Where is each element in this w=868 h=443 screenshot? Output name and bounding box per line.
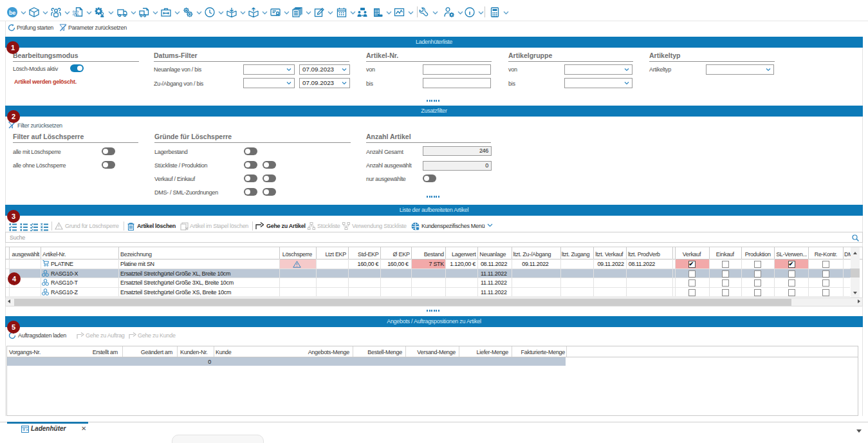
svg-text:be: be bbox=[9, 10, 15, 16]
